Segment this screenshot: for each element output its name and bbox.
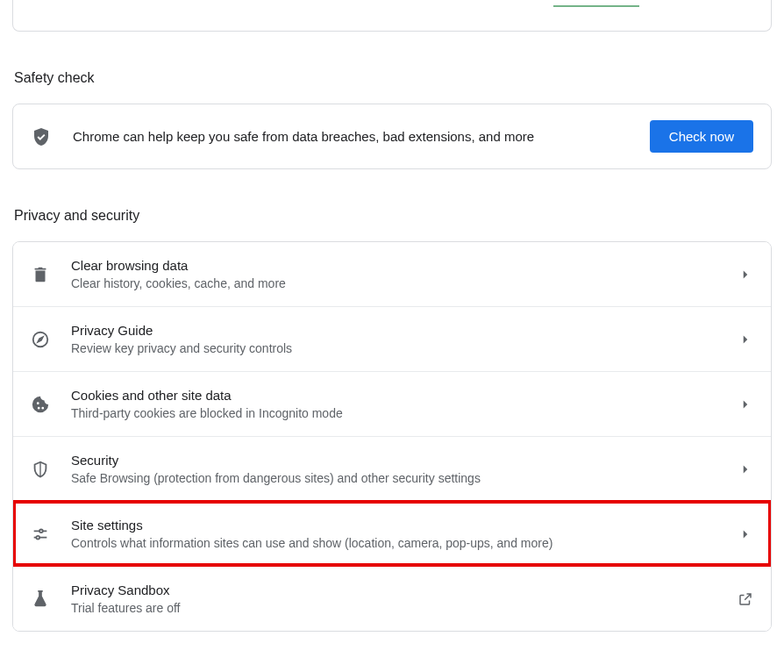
- row-cookies[interactable]: Cookies and other site data Third-party …: [13, 371, 771, 436]
- chevron-right-icon: [738, 332, 753, 347]
- svg-point-2: [36, 535, 39, 539]
- flask-icon: [31, 590, 50, 609]
- row-title: Clear browsing data: [71, 258, 716, 273]
- section-title-privacy: Privacy and security: [14, 208, 772, 224]
- row-privacy-sandbox[interactable]: Privacy Sandbox Trial features are off: [13, 566, 771, 631]
- cookie-icon: [31, 395, 50, 414]
- chevron-right-icon: [738, 397, 753, 412]
- previous-card-bottom: [12, 0, 772, 32]
- check-now-button[interactable]: Check now: [650, 120, 753, 153]
- chevron-right-icon: [738, 526, 753, 542]
- row-title: Security: [71, 453, 716, 468]
- section-title-safety: Safety check: [14, 70, 772, 86]
- row-text: Clear browsing data Clear history, cooki…: [71, 258, 716, 290]
- row-subtitle: Clear history, cookies, cache, and more: [71, 276, 716, 290]
- external-link-icon: [738, 591, 753, 607]
- row-text: Privacy Sandbox Trial features are off: [71, 583, 716, 615]
- row-title: Privacy Guide: [71, 323, 716, 338]
- row-subtitle: Trial features are off: [71, 601, 716, 615]
- shield-icon: [31, 460, 50, 479]
- row-security[interactable]: Security Safe Browsing (protection from …: [13, 436, 771, 501]
- safety-check-text: Chrome can help keep you safe from data …: [73, 129, 629, 144]
- shield-check-icon: [31, 126, 52, 147]
- row-text: Site settings Controls what information …: [71, 518, 716, 550]
- chevron-right-icon: [738, 267, 753, 282]
- chevron-right-icon: [738, 461, 753, 477]
- row-text: Cookies and other site data Third-party …: [71, 388, 716, 420]
- svg-point-1: [39, 529, 43, 533]
- compass-icon: [31, 330, 50, 349]
- row-title: Cookies and other site data: [71, 388, 716, 403]
- privacy-list: Clear browsing data Clear history, cooki…: [12, 241, 772, 632]
- row-clear-browsing-data[interactable]: Clear browsing data Clear history, cooki…: [13, 242, 771, 306]
- row-subtitle: Safe Browsing (protection from dangerous…: [71, 471, 716, 485]
- row-text: Privacy Guide Review key privacy and sec…: [71, 323, 716, 355]
- row-site-settings[interactable]: Site settings Controls what information …: [13, 501, 771, 566]
- row-subtitle: Third-party cookies are blocked in Incog…: [71, 406, 716, 420]
- safety-check-card: Chrome can help keep you safe from data …: [12, 104, 772, 169]
- row-text: Security Safe Browsing (protection from …: [71, 453, 716, 485]
- row-privacy-guide[interactable]: Privacy Guide Review key privacy and sec…: [13, 306, 771, 371]
- row-title: Privacy Sandbox: [71, 583, 716, 597]
- tune-icon: [31, 525, 50, 544]
- trash-icon: [31, 265, 50, 284]
- row-title: Site settings: [71, 518, 716, 533]
- row-subtitle: Review key privacy and security controls: [71, 341, 716, 355]
- row-subtitle: Controls what information sites can use …: [71, 536, 716, 550]
